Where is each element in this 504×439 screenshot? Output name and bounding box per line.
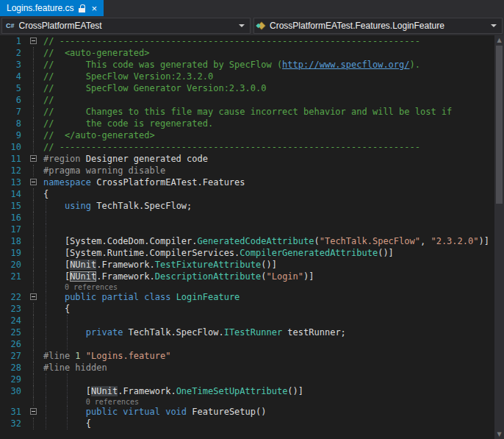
member-dropdown-value: CrossPlatformEATest.Features.LoginFeatur…: [270, 21, 444, 31]
line-number: 27: [0, 350, 28, 362]
codelens-references[interactable]: 0 references: [65, 283, 118, 291]
fold-margin-cell: [28, 94, 40, 106]
code-text: [NUnit.Framework.OneTimeSetUpAttribute()…: [40, 385, 504, 397]
token: ,: [420, 236, 431, 246]
code-line: 32 {: [0, 418, 504, 429]
indent-guide: [46, 212, 46, 224]
indent-guide: [46, 418, 46, 429]
code-line: 13namespace CrossPlatformEATest.Features: [0, 176, 504, 188]
indent-guide: [46, 200, 46, 212]
line-number: 12: [0, 165, 28, 176]
lock-icon: [79, 4, 85, 13]
fold-margin-cell: [28, 362, 40, 374]
token: [System.Runtime.CompilerServices.: [43, 248, 240, 258]
token: (: [314, 236, 319, 246]
indent-guide: [46, 303, 46, 315]
fold-margin-cell: [28, 224, 40, 235]
token: private: [86, 327, 123, 338]
code-text: // -------------------------------------…: [40, 141, 504, 153]
fold-collapse-marker[interactable]: [30, 179, 37, 185]
token: "TechTalk.SpecFlow": [320, 236, 420, 246]
code-line: 22 public partial class LoginFeature: [0, 291, 504, 303]
codelens-row: 0 references: [0, 397, 504, 406]
token: OneTimeSetUpAttribute: [176, 386, 288, 396]
fold-margin-cell: [28, 118, 40, 129]
token: [: [43, 271, 70, 282]
line-number: 5: [0, 82, 28, 94]
fold-collapse-marker[interactable]: [30, 155, 37, 162]
indent-guide: [46, 374, 46, 385]
code-line: 1// ------------------------------------…: [0, 35, 504, 47]
class-icon: [257, 21, 265, 29]
scroll-up-icon[interactable]: ▲: [494, 35, 504, 45]
token: ()]: [261, 260, 277, 270]
token: // SpecFlow Version:2.3.2.0: [43, 71, 213, 82]
line-number: [0, 282, 28, 291]
chevron-down-icon[interactable]: [491, 24, 497, 27]
token: #pragma warning disable: [43, 165, 165, 176]
line-number: 24: [0, 315, 28, 326]
token: using: [65, 201, 91, 211]
code-text: [40, 224, 504, 235]
tab-logins-feature-cs[interactable]: Logins.feature.cs ×: [0, 0, 104, 16]
indent-guide: [67, 338, 68, 350]
code-line: 23 {: [0, 303, 504, 315]
indent-guide: [46, 259, 46, 271]
fold-collapse-marker[interactable]: [30, 38, 37, 44]
token: public virtual void: [86, 407, 187, 417]
line-number: 32: [0, 418, 28, 429]
scrollbar-thumb[interactable]: [496, 46, 503, 204]
close-icon[interactable]: ×: [90, 4, 98, 13]
line-number: 29: [0, 374, 28, 385]
token: "2.3.2.0": [431, 236, 478, 246]
token: [81, 351, 86, 361]
code-line: 10// -----------------------------------…: [0, 141, 504, 153]
code-line: 24: [0, 315, 504, 326]
token: GeneratedCodeAttribute: [198, 236, 314, 246]
indent-guide: [67, 397, 68, 406]
chevron-down-icon[interactable]: [239, 24, 245, 27]
token: TechTalk.SpecFlow;: [91, 201, 192, 211]
token: namespace: [43, 177, 91, 188]
fold-margin-cell: [28, 418, 40, 429]
scroll-down-icon[interactable]: ▼: [494, 429, 504, 439]
fold-margin-cell: [28, 259, 40, 271]
fold-collapse-marker[interactable]: [30, 293, 37, 300]
codelens-references[interactable]: 0 references: [86, 398, 139, 406]
line-number: 7: [0, 106, 28, 118]
indent-guide: [67, 315, 68, 326]
fold-margin-cell: [28, 188, 40, 200]
code-text: #region Designer generated code: [40, 153, 504, 165]
fold-margin-cell: [28, 271, 40, 282]
fold-margin-cell: [28, 350, 40, 362]
code-text: // -------------------------------------…: [40, 35, 504, 47]
code-line: 27#line 1 "Logins.feature": [0, 350, 504, 362]
project-dropdown[interactable]: C# CrossPlatformEATest: [1, 18, 251, 34]
code-line: 5// SpecFlow Generator Version:2.3.0.0: [0, 82, 504, 94]
codelens-row: 0 references: [0, 282, 504, 291]
token: #line hidden: [43, 363, 107, 373]
code-line: 3// This code was generated by SpecFlow …: [0, 59, 504, 71]
line-number: 20: [0, 259, 28, 271]
code-line: 6//: [0, 94, 504, 106]
code-line: 9// </auto-generated>: [0, 129, 504, 141]
token: [43, 292, 65, 302]
token: //: [43, 95, 54, 105]
token: Designer generated code: [81, 154, 208, 164]
fold-margin-cell: [28, 385, 40, 397]
code-line: 26: [0, 338, 504, 350]
indent-guide: [46, 326, 46, 338]
token: // Changes to this file may cause incorr…: [43, 107, 452, 117]
token: ()]: [378, 248, 394, 258]
fold-margin-cell: [28, 212, 40, 224]
fold-collapse-marker[interactable]: [30, 408, 37, 415]
line-number: 21: [0, 271, 28, 282]
vertical-scrollbar[interactable]: ▲ ▼: [494, 35, 504, 439]
indent-guide: [46, 338, 46, 350]
token: http://www.specflow.org/: [282, 60, 409, 70]
code-line: 29: [0, 374, 504, 385]
token: // -------------------------------------…: [43, 142, 420, 152]
code-text: namespace CrossPlatformEATest.Features: [40, 176, 504, 188]
code-editor[interactable]: 1// ------------------------------------…: [0, 35, 504, 439]
member-dropdown[interactable]: CrossPlatformEATest.Features.LoginFeatur…: [253, 18, 503, 34]
